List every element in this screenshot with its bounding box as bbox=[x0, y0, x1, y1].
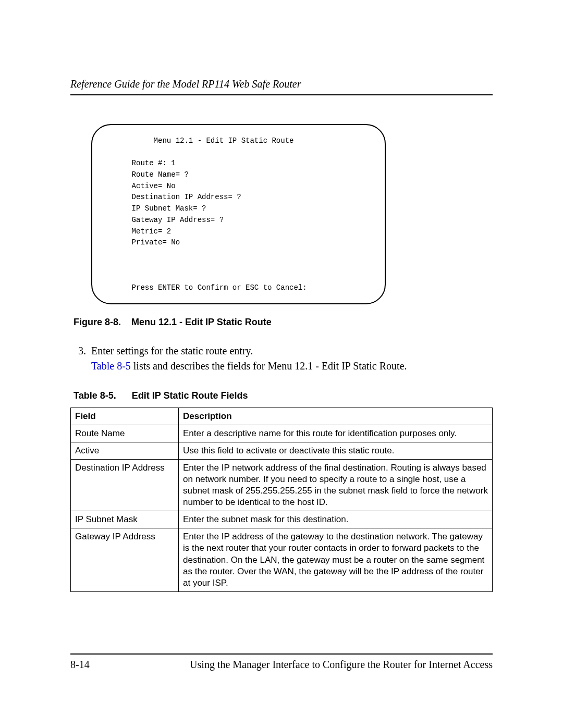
table-cell-field: IP Subnet Mask bbox=[71, 511, 179, 528]
table-row: IP Subnet Mask Enter the subnet mask for… bbox=[71, 511, 493, 528]
table-header-description: Description bbox=[179, 408, 493, 425]
table-cell-field: Route Name bbox=[71, 425, 179, 442]
figure-line: Metric= 2 bbox=[92, 227, 171, 236]
table-row: Active Use this field to activate or dea… bbox=[71, 442, 493, 459]
running-header: Reference Guide for the Model RP114 Web … bbox=[70, 78, 493, 95]
figure-title-line: Menu 12.1 - Edit IP Static Route bbox=[92, 137, 293, 145]
table-row: Route Name Enter a descriptive name for … bbox=[71, 425, 493, 442]
figure-line: Route #: 1 bbox=[92, 159, 176, 167]
table-caption-ref: Table 8-5. bbox=[74, 390, 116, 401]
figure-line: Destination IP Address= ? bbox=[92, 193, 241, 201]
fields-table: Field Description Route Name Enter a des… bbox=[70, 408, 493, 592]
step: 3. Enter settings for the static route e… bbox=[70, 343, 493, 374]
footer-chapter-title: Using the Manager Interface to Configure… bbox=[190, 659, 493, 671]
figure-caption-ref: Figure 8-8. bbox=[74, 317, 121, 327]
table-cell-field: Gateway IP Address bbox=[71, 528, 179, 591]
figure-line: Active= No bbox=[92, 182, 176, 190]
step-body: Enter settings for the static route entr… bbox=[91, 343, 493, 374]
table-header-field: Field bbox=[71, 408, 179, 425]
figure-line: Route Name= ? bbox=[92, 170, 189, 179]
table-cell-field: Active bbox=[71, 442, 179, 459]
table-row: Gateway IP Address Enter the IP address … bbox=[71, 528, 493, 591]
footer: 8-14 Using the Manager Interface to Conf… bbox=[70, 653, 493, 671]
figure-terminal-box: Menu 12.1 - Edit IP Static Route Route #… bbox=[91, 124, 386, 304]
figure-line: Private= No bbox=[92, 238, 180, 246]
table-cell-desc: Enter a descriptive name for this route … bbox=[179, 425, 493, 442]
table-row: Destination IP Address Enter the IP netw… bbox=[71, 459, 493, 511]
table-xref-link[interactable]: Table 8-5 bbox=[91, 360, 131, 372]
table-caption-text: Edit IP Static Route Fields bbox=[132, 390, 248, 401]
figure-caption-text: Menu 12.1 - Edit IP Static Route bbox=[131, 317, 272, 327]
table-cell-desc: Enter the IP address of the gateway to t… bbox=[179, 528, 493, 591]
table-cell-desc: Enter the subnet mask for this destinati… bbox=[179, 511, 493, 528]
table-header-row: Field Description bbox=[71, 408, 493, 425]
figure-line: Gateway IP Address= ? bbox=[92, 216, 224, 224]
table-cell-desc: Enter the IP network address of the fina… bbox=[179, 459, 493, 511]
page: Reference Guide for the Model RP114 Web … bbox=[0, 0, 563, 728]
figure-caption: Figure 8-8. Menu 12.1 - Edit IP Static R… bbox=[74, 317, 493, 328]
page-number: 8-14 bbox=[70, 659, 90, 671]
step-tail: lists and describes the fields for Menu … bbox=[131, 360, 407, 372]
table-cell-field: Destination IP Address bbox=[71, 459, 179, 511]
table-caption: Table 8-5. Edit IP Static Route Fields bbox=[74, 390, 493, 401]
table-cell-desc: Use this field to activate or deactivate… bbox=[179, 442, 493, 459]
figure-line: IP Subnet Mask= ? bbox=[92, 204, 206, 213]
step-text: Enter settings for the static route entr… bbox=[91, 345, 253, 356]
figure-prompt: Press ENTER to Confirm or ESC to Cancel: bbox=[92, 283, 307, 292]
step-number: 3. bbox=[70, 343, 91, 374]
